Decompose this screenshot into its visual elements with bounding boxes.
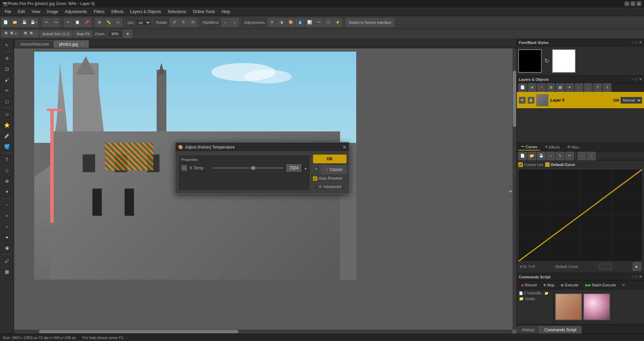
frame-button[interactable]: ▭ bbox=[114, 18, 122, 27]
curves-save-button[interactable]: 💾 bbox=[537, 152, 546, 160]
stop-button[interactable]: ■ Stop bbox=[541, 282, 557, 288]
tool-eyedropper[interactable]: 💉 bbox=[2, 131, 12, 141]
tool-move[interactable]: ✛ bbox=[2, 53, 12, 63]
ruler-button[interactable]: 📏 bbox=[104, 18, 113, 27]
save-button[interactable]: 💾 bbox=[20, 18, 29, 27]
curves-list-color-swatch[interactable] bbox=[545, 162, 550, 167]
copy-button[interactable]: 📋 bbox=[73, 18, 82, 27]
curves-draw-button[interactable]: ✏ bbox=[565, 152, 574, 160]
layers-minimize[interactable]: ─ bbox=[632, 77, 634, 81]
zoom-input[interactable] bbox=[108, 30, 122, 38]
thumbnail-person[interactable] bbox=[555, 293, 582, 320]
tool-fill[interactable]: 🪣 bbox=[2, 141, 12, 152]
tool-pencil[interactable]: ✏ bbox=[2, 86, 12, 96]
commands-expand[interactable]: □ bbox=[635, 275, 638, 279]
undo-button[interactable]: ↩ bbox=[42, 18, 51, 27]
batch-execute-button[interactable]: ▶▶ Batch Execute bbox=[583, 282, 619, 288]
layer-flatten-button[interactable]: ▦ bbox=[556, 83, 565, 92]
execute-button[interactable]: ▶ Execute bbox=[558, 282, 581, 288]
thumbnail-sphere[interactable] bbox=[583, 293, 610, 320]
close-button[interactable]: ✕ bbox=[637, 1, 641, 6]
curves-value-input[interactable]: 50 bbox=[599, 264, 612, 270]
menu-help[interactable]: Help bbox=[218, 8, 233, 15]
maximize-button[interactable]: □ bbox=[631, 1, 635, 6]
curves-list-checkbox[interactable] bbox=[518, 162, 523, 167]
tool-select[interactable]: ↖ bbox=[2, 40, 12, 50]
menu-view[interactable]: View bbox=[28, 8, 44, 15]
new-button[interactable]: 📄 bbox=[1, 18, 10, 27]
layer-effects-button[interactable]: ✦ bbox=[565, 83, 574, 92]
tab-photo1[interactable]: photo1.jpg ✕ bbox=[54, 40, 89, 48]
curves-down-button[interactable]: ↓ bbox=[587, 152, 596, 160]
tool-smudge[interactable]: ≈ bbox=[2, 211, 12, 221]
record-button[interactable]: ● Record bbox=[518, 282, 539, 288]
layer-top-button[interactable]: ⇑ bbox=[593, 83, 602, 92]
tool-lasso[interactable]: ⊃ bbox=[2, 109, 12, 119]
tool-magic-wand[interactable]: ⭐ bbox=[2, 120, 12, 130]
auto-preview-checkbox[interactable] bbox=[313, 176, 317, 181]
lighting-button[interactable]: ⚡ bbox=[333, 18, 342, 27]
k-temp-value[interactable]: 7324 bbox=[286, 164, 301, 172]
layers-expand[interactable]: □ bbox=[635, 77, 638, 81]
layer-visibility-toggle[interactable]: 👁 bbox=[519, 97, 526, 104]
tool-gradient[interactable]: ▦ bbox=[2, 267, 12, 277]
tab-photo1-close[interactable]: ✕ bbox=[81, 43, 84, 46]
tab-home-welcome[interactable]: Home/Welcome bbox=[15, 40, 54, 48]
zoom-out-button[interactable]: 🔍 🔍- bbox=[21, 30, 39, 37]
fore-back-expand[interactable]: □ bbox=[635, 40, 638, 45]
tool-dodge[interactable]: ☼ bbox=[2, 221, 12, 231]
actual-size-button[interactable]: Actual Size (1:1) bbox=[40, 31, 73, 37]
canvas-hscrollbar[interactable] bbox=[14, 330, 513, 334]
curves-up-button[interactable]: ↑ bbox=[578, 152, 586, 160]
paste-button[interactable]: 📌 bbox=[83, 18, 91, 27]
menu-file[interactable]: File bbox=[1, 8, 14, 15]
curves-select-button[interactable]: ↖ bbox=[556, 152, 565, 160]
swap-colors-button[interactable]: ↻ bbox=[544, 57, 549, 65]
commands-folder[interactable]: 📁 Scripts bbox=[518, 296, 552, 302]
layer-lock-button[interactable]: 🔒 bbox=[528, 97, 534, 104]
fore-back-minimize[interactable]: ─ bbox=[632, 40, 634, 45]
layer-opacity-slider[interactable] bbox=[597, 100, 612, 101]
saturation-button[interactable]: 💧 bbox=[296, 18, 305, 27]
redo-button[interactable]: ↪ bbox=[51, 18, 60, 27]
tab-commands-script[interactable]: Commands Script bbox=[539, 326, 581, 334]
layer-move-up-button[interactable]: ↑ bbox=[575, 83, 583, 92]
layers-close[interactable]: ✕ bbox=[639, 77, 642, 81]
tool-heal[interactable]: ✦ bbox=[2, 187, 12, 197]
save-as-button[interactable]: 💾+ bbox=[30, 18, 38, 27]
advanced-button[interactable]: ⚙ Advanced bbox=[313, 183, 346, 191]
units-select[interactable]: px % cm bbox=[136, 19, 151, 26]
cut-button[interactable]: ✂ bbox=[64, 18, 72, 27]
tool-eraser[interactable]: ◻ bbox=[2, 96, 12, 106]
layer-row-0[interactable]: 👁 🔒 Layer 0 100 Normal Multiply Screen bbox=[517, 92, 644, 109]
tool-text[interactable]: T bbox=[2, 155, 12, 165]
commands-minimize[interactable]: ─ bbox=[632, 275, 634, 279]
menu-selections[interactable]: Selections bbox=[164, 8, 190, 15]
tab-history[interactable]: History bbox=[517, 326, 539, 334]
background-swatch[interactable] bbox=[552, 49, 576, 73]
tool-blur[interactable]: ~ bbox=[2, 200, 12, 210]
layer-merge-button[interactable]: ⊞ bbox=[546, 83, 555, 92]
auto-fit-button[interactable]: Auto Fit bbox=[74, 31, 93, 37]
tab-misc[interactable]: ⚙ Misc. bbox=[565, 144, 583, 150]
hue-button[interactable]: 🎨 bbox=[286, 18, 295, 27]
foreground-swatch[interactable] bbox=[518, 49, 542, 73]
zoom-dropdown[interactable]: ▼ bbox=[123, 30, 132, 38]
sharpen-button[interactable]: ⬡ bbox=[324, 18, 333, 27]
tool-burn[interactable]: ● bbox=[2, 232, 12, 242]
ok-button[interactable]: OK bbox=[313, 155, 346, 163]
k-temp-slider[interactable] bbox=[213, 167, 284, 169]
switch-interface-button[interactable]: Switch to Novice Interface bbox=[346, 18, 394, 27]
layer-delete-button[interactable]: ✕ bbox=[537, 83, 546, 92]
zoom-in-button[interactable]: 🔍 🔍+ bbox=[1, 30, 20, 37]
menu-layers-objects[interactable]: Layers & Objects bbox=[127, 8, 164, 15]
menu-effects[interactable]: Effects bbox=[108, 8, 127, 15]
layer-duplicate-button[interactable]: ⊕ bbox=[528, 83, 536, 92]
panel-collapse-button[interactable]: ◀ bbox=[508, 184, 513, 198]
curves-apply-button[interactable]: ▶ bbox=[633, 262, 641, 271]
cancel-button[interactable]: ✕ Cancel bbox=[321, 165, 346, 174]
k-temp-spin-up[interactable]: ▲ bbox=[304, 166, 307, 170]
help-button[interactable]: ? bbox=[313, 165, 319, 174]
menu-adjustments[interactable]: Adjustments bbox=[61, 8, 90, 15]
curves-delete-button[interactable]: ✕ bbox=[546, 152, 555, 160]
